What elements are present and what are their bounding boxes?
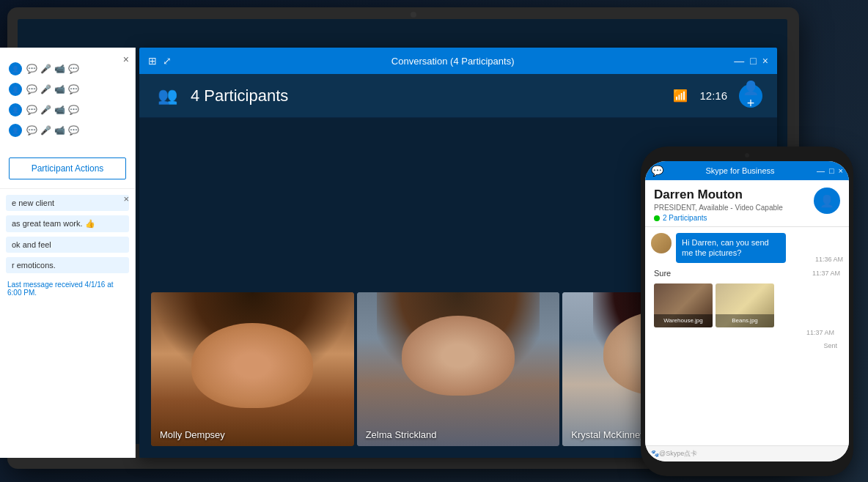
avatar-4: 👤 [9,124,22,137]
phone-screen: 💬 Skype for Business — □ × Darren Mouton… [645,161,849,461]
sfb-maximize[interactable]: □ [829,166,834,175]
chat-msg-1: e new client [6,195,129,211]
close-button[interactable]: × [762,55,768,67]
chat-icon-1[interactable]: 💬 [26,64,37,74]
sender-avatar-1 [651,233,672,253]
sfb-contact-header: Darren Mouton PRESIDENT, Available - Vid… [645,180,849,227]
chat-icon-2[interactable]: 💬 [26,84,37,94]
minimize-button[interactable]: — [734,55,744,67]
contact-status: PRESIDENT, Available - Video Capable [654,204,814,212]
message-list: Hi Darren, can you send me the pictures?… [645,227,849,445]
message-text-2: Sure [654,269,671,278]
left-panel-close[interactable]: × [123,53,129,65]
video-label-1: Molly Dempsey [160,429,225,440]
chat-msg-3: ok and feel [6,237,129,253]
video-label-2: Zelma Strickland [366,429,437,440]
footer-emoji: 🐾@Skype点卡 [651,449,697,459]
message-time-2: 11:37 AM [812,270,840,277]
video-label-3: Krystal McKinney [571,429,644,440]
msg-icon-1[interactable]: 💬 [68,64,79,74]
attachment-warehouse[interactable]: Warehouse.jpg [654,283,713,327]
participants-count: 2 Participants [654,214,814,222]
participant-row-3: 👤 💬 🎤 📹 💬 [9,103,126,116]
status-indicator [654,215,660,221]
laptop-camera [411,12,416,18]
sfb-close[interactable]: × [839,166,843,175]
attachment-beans[interactable]: Beans.jpg [716,283,774,327]
msg-icon-3[interactable]: 💬 [68,105,79,115]
video-tile-2: Zelma Strickland [357,292,560,446]
phone-device: 💬 Skype for Business — □ × Darren Mouton… [641,147,853,476]
chat-footer-text: Last message received 4/1/16 at 6:00 PM. [6,278,129,300]
attach-time: 11:37 AM [654,329,840,336]
screen-share-icon[interactable]: ⊞ [148,55,157,67]
signal-strength-icon: 📶 [673,89,688,103]
attachment-label-1: Warehouse.jpg [663,317,703,324]
attach-files: Warehouse.jpg Beans.jpg [654,283,840,327]
avatar-1: 👤 [9,62,22,75]
mic-icon-1[interactable]: 🎤 [40,64,51,74]
chat-section: × e new client as great team work. 👍 ok … [0,188,135,300]
message-2: Sure 11:37 AM [651,269,843,278]
sfb-app-icon: 💬 [651,165,663,177]
participant-row-1: 👤 💬 🎤 📹 💬 [9,62,126,75]
mic-icon-4[interactable]: 🎤 [40,125,51,136]
mic-icon-2[interactable]: 🎤 [40,84,51,94]
sfb-app-title: Skype for Business [668,166,812,175]
window-title: Conversation (4 Participants) [172,56,734,67]
attachment-label-2: Beans.jpg [732,317,758,324]
message-time-1: 11:36 AM [815,256,843,263]
msg-icon-2[interactable]: 💬 [68,84,79,94]
chat-msg-2: as great team work. 👍 [6,215,129,232]
title-bar: ⊞ ⤢ Conversation (4 Participants) — □ × [139,48,777,74]
contact-name: Darren Mouton [654,188,814,202]
sfb-window: 💬 Skype for Business — □ × Darren Mouton… [645,161,849,461]
video-tile-1: Molly Dempsey [151,292,354,446]
participant-row-2: 👤 💬 🎤 📹 💬 [9,83,126,96]
video-icon-3[interactable]: 📹 [54,105,65,115]
chat-msg-4: r emoticons. [6,257,129,273]
participant-list: 👤 💬 🎤 📹 💬 👤 💬 🎤 📹 💬 👤 💬 🎤 [0,48,135,152]
video-icon-1[interactable]: 📹 [54,64,65,74]
maximize-button[interactable]: □ [750,55,756,67]
msg-icon-4[interactable]: 💬 [68,125,79,136]
call-timer: 12:16 [699,89,727,102]
participant-row-4: 👤 💬 🎤 📹 💬 [9,124,126,137]
message-1: Hi Darren, can you send me the pictures?… [651,233,843,263]
phone-camera [745,153,749,157]
chat-panel-close[interactable]: × [123,193,129,204]
message-bubble-1: Hi Darren, can you send me the pictures? [676,233,786,263]
video-icon-2[interactable]: 📹 [54,84,65,94]
chat-icon-3[interactable]: 💬 [26,105,37,115]
avatar-2: 👤 [9,83,22,96]
fullscreen-icon[interactable]: ⤢ [163,55,172,67]
sfb-minimize[interactable]: — [817,166,825,175]
participants-group-icon: 👥 [154,83,180,109]
participants-count-title: 4 Participants [191,86,288,105]
sfb-footer: 🐾@Skype点卡 [645,445,849,461]
video-icon-4[interactable]: 📹 [54,125,65,136]
header-bar: 👥 4 Participants 📶 12:16 👤+ [139,74,777,118]
sent-label: Sent [651,342,843,349]
add-participant-button[interactable]: 👤+ [739,84,762,108]
attachments-row: Warehouse.jpg Beans.jpg 11:37 AM [651,281,843,339]
left-panel: × 👤 💬 🎤 📹 💬 👤 💬 🎤 📹 💬 👤 [0,48,136,458]
mic-icon-3[interactable]: 🎤 [40,105,51,115]
participant-actions-button[interactable]: Participant Actions [9,157,126,179]
chat-icon-4[interactable]: 💬 [26,125,37,136]
contact-avatar-button[interactable]: 👤 [814,188,840,214]
avatar-3: 👤 [9,103,22,116]
sfb-titlebar: 💬 Skype for Business — □ × [645,161,849,180]
